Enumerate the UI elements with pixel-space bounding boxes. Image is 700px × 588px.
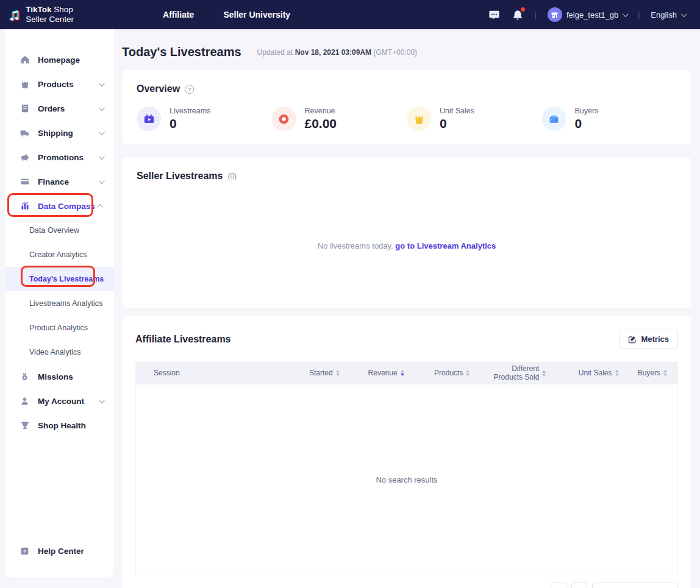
help-icon: ?	[20, 546, 30, 556]
column-different-products-sold[interactable]: Different Products Sold	[470, 365, 546, 382]
tiktok-note-icon: ♫	[9, 7, 21, 23]
seller-livestreams-title: Seller Livestreams	[137, 171, 223, 182]
sidebar-item-label: Products	[38, 80, 74, 89]
orders-document-icon	[20, 104, 30, 114]
empty-text: No livestreams today,	[318, 241, 396, 250]
no-results-text: No search results	[376, 475, 437, 484]
help-tooltip-icon[interactable]: ?	[185, 85, 194, 94]
metric-buyers: Buyers 0	[542, 107, 677, 131]
notifications-bell-icon[interactable]	[512, 9, 524, 21]
column-session: Session	[154, 369, 279, 378]
sidebar-item-promotions[interactable]: Promotions	[5, 145, 114, 169]
sidebar-item-shipping[interactable]: Shipping	[5, 121, 114, 145]
revenue-icon	[272, 107, 296, 131]
divider: |	[638, 10, 640, 19]
top-navbar: ♫ TikTok Shop Seller Center Affiliate Se…	[0, 0, 700, 29]
overview-metrics: Livestreams 0 Revenue £0.00	[137, 107, 677, 131]
metrics-button-label: Metrics	[641, 335, 669, 344]
chevron-down-icon	[99, 178, 105, 184]
sidebar-subitem-todays-livestreams[interactable]: Today's Livestreams	[5, 267, 114, 291]
navbar-links: Affiliate Seller University	[163, 10, 290, 19]
chevron-down-icon	[681, 11, 687, 17]
megaphone-icon	[20, 152, 30, 163]
chevron-down-icon	[99, 105, 105, 111]
page-size-select[interactable]: 10 items per page	[592, 583, 678, 588]
metric-value: £0.00	[305, 116, 337, 131]
nav-link-seller-university[interactable]: Seller University	[223, 10, 290, 19]
sidebar-item-label: My Account	[38, 397, 84, 406]
username-label: feige_test1_gb	[566, 10, 618, 19]
affiliate-livestreams-card: Affiliate Livestreams Metrics Session St…	[122, 316, 691, 588]
page-title: Today's Livestreams	[122, 45, 241, 59]
sidebar-item-help-center[interactable]: ? Help Center	[5, 539, 114, 563]
language-label: English	[651, 10, 677, 19]
sidebar-item-label: Orders	[38, 104, 65, 113]
previous-page-button[interactable]	[551, 583, 566, 588]
column-products[interactable]: Products	[404, 369, 470, 378]
sidebar-item-label: Homepage	[38, 55, 80, 65]
bar-chart-icon	[20, 201, 30, 211]
svg-text:?: ?	[23, 548, 26, 554]
sort-icon	[663, 370, 667, 376]
column-started[interactable]: Started	[279, 369, 339, 378]
logo-shop: Shop	[52, 5, 73, 14]
affiliate-livestreams-title: Affiliate Livestreams	[135, 334, 231, 345]
chevron-down-icon	[99, 80, 105, 87]
pagination: 10 items per page	[135, 583, 678, 588]
sidebar-item-shop-health[interactable]: Shop Health	[5, 413, 114, 437]
sidebar-item-missions[interactable]: Missions	[5, 364, 114, 389]
sidebar-item-orders[interactable]: Orders	[5, 96, 114, 121]
go-to-livestream-analytics-link[interactable]: go to Livestream Analytics	[395, 241, 496, 250]
sidebar-item-finance[interactable]: Finance	[5, 169, 114, 194]
column-buyers[interactable]: Buyers	[619, 369, 667, 378]
overview-title: Overview	[137, 83, 180, 94]
table-empty-body: No search results	[135, 384, 678, 575]
metric-value: 0	[575, 116, 599, 131]
navbar-right: | feige_test1_gb | English	[488, 7, 685, 22]
shopping-bag-icon	[20, 79, 30, 90]
divider: |	[535, 10, 537, 19]
trophy-icon	[20, 420, 30, 431]
sidebar-subitem-creator-analytics[interactable]: Creator Analytics	[5, 243, 114, 267]
sidebar-item-label: Shipping	[38, 129, 73, 138]
column-unit-sales[interactable]: Unit Sales	[546, 369, 618, 378]
language-selector[interactable]: English	[651, 10, 685, 19]
sidebar-subitem-product-analytics[interactable]: Product Analytics	[5, 316, 114, 340]
sidebar-item-label: Finance	[38, 177, 69, 186]
metric-revenue: Revenue £0.00	[272, 107, 407, 131]
next-page-button[interactable]	[571, 583, 587, 588]
page-header: Today's Livestreams Updated at Nov 18, 2…	[122, 29, 691, 70]
user-menu[interactable]: feige_test1_gb	[548, 7, 627, 22]
sidebar-subitem-data-overview[interactable]: Data Overview	[5, 218, 114, 243]
sidebar-subitem-video-analytics[interactable]: Video Analytics	[5, 340, 114, 364]
updated-timestamp: Updated at Nov 18, 2021 03:09AM (GMT+00:…	[257, 48, 417, 57]
messages-icon[interactable]	[488, 9, 501, 21]
sidebar-item-homepage[interactable]: Homepage	[5, 48, 114, 72]
affiliate-livestreams-header: Affiliate Livestreams Metrics	[135, 330, 678, 349]
metric-value: 0	[170, 116, 210, 131]
sidebar-item-products[interactable]: Products	[5, 72, 114, 96]
metric-label: Buyers	[575, 107, 599, 115]
sidebar-subitem-livestreams-analytics[interactable]: Livestreams Analytics	[5, 291, 114, 316]
sidebar-item-data-compass[interactable]: Data Compass	[5, 194, 114, 218]
seller-livestreams-title-row: Seller Livestreams (0)	[137, 171, 677, 182]
metrics-button[interactable]: Metrics	[619, 330, 678, 349]
metric-label: Unit Sales	[440, 107, 474, 115]
chevron-down-icon	[99, 129, 105, 135]
main-content: Today's Livestreams Updated at Nov 18, 2…	[114, 29, 700, 588]
column-revenue[interactable]: Revenue	[340, 369, 404, 378]
chevron-down-icon	[99, 154, 105, 160]
logo-seller-center: Seller Center	[26, 15, 74, 24]
notification-badge	[521, 7, 525, 12]
metric-value: 0	[440, 116, 474, 131]
page-size-label: 10 items per page	[599, 586, 662, 588]
user-icon	[20, 396, 30, 406]
sidebar-item-my-account[interactable]: My Account	[5, 389, 114, 413]
sidebar-item-label: Missions	[38, 372, 73, 381]
tiktok-shop-logo[interactable]: ♫ TikTok Shop Seller Center	[9, 5, 74, 24]
chevron-down-icon	[623, 11, 629, 17]
sidebar-item-label: Help Center	[38, 547, 84, 556]
seller-livestreams-count: (0)	[227, 172, 237, 180]
home-icon	[20, 55, 30, 65]
nav-link-affiliate[interactable]: Affiliate	[163, 10, 194, 19]
